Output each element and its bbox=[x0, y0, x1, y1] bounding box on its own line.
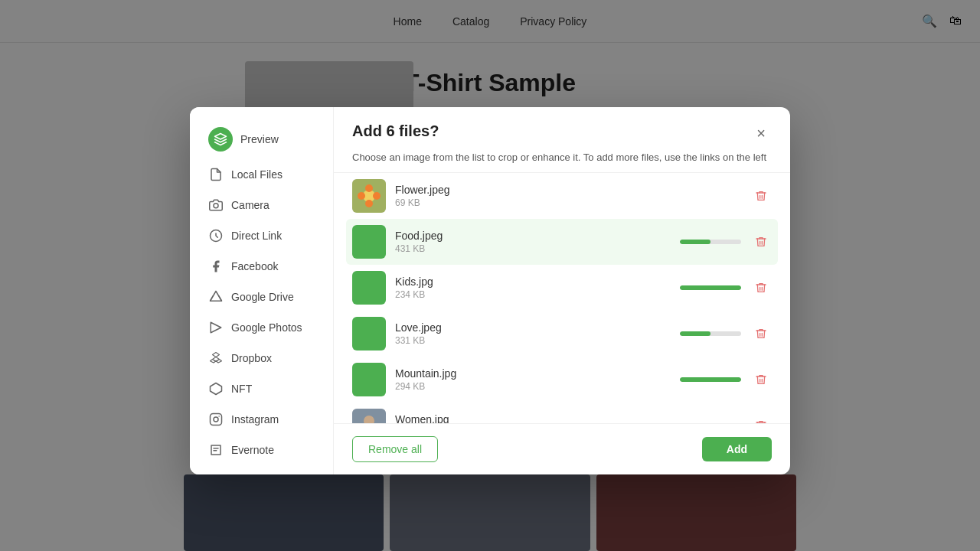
remove-all-button[interactable]: Remove all bbox=[352, 436, 438, 462]
file-delete-button[interactable] bbox=[750, 185, 772, 207]
file-thumbnail bbox=[352, 271, 386, 305]
svg-marker-2 bbox=[211, 322, 221, 333]
sidebar-label-dropbox: Dropbox bbox=[231, 352, 272, 364]
file-delete-button[interactable] bbox=[750, 277, 772, 298]
file-info: Kids.jpg 234 KB bbox=[395, 276, 671, 300]
file-progress-bar-container bbox=[680, 377, 741, 382]
camera-icon bbox=[208, 197, 224, 213]
dropbox-icon bbox=[208, 350, 224, 366]
file-name: Kids.jpg bbox=[395, 276, 671, 288]
sidebar-item-google-drive[interactable]: Google Drive bbox=[196, 282, 327, 312]
file-size: 69 KB bbox=[395, 197, 741, 208]
file-delete-button[interactable] bbox=[750, 231, 772, 253]
sidebar-label-google-photos: Google Photos bbox=[231, 321, 302, 334]
svg-marker-3 bbox=[211, 383, 222, 395]
sidebar-label-local-files: Local Files bbox=[231, 168, 283, 181]
file-thumbnail bbox=[352, 179, 386, 213]
file-name: Flower.jpeg bbox=[395, 184, 741, 196]
sidebar-item-instagram[interactable]: Instagram bbox=[196, 404, 327, 435]
file-thumbnail bbox=[352, 317, 386, 350]
sidebar-label-preview: Preview bbox=[240, 133, 279, 145]
close-button[interactable]: × bbox=[750, 122, 772, 144]
sidebar-item-dropbox[interactable]: Dropbox bbox=[196, 343, 327, 373]
file-progress-bar bbox=[680, 285, 741, 290]
sidebar-label-nft: NFT bbox=[231, 383, 252, 395]
facebook-icon bbox=[208, 259, 224, 274]
svg-point-10 bbox=[365, 200, 373, 207]
svg-point-0 bbox=[214, 204, 218, 208]
file-size: 431 KB bbox=[395, 243, 671, 254]
file-size: 331 KB bbox=[395, 335, 671, 346]
evernote-icon bbox=[208, 442, 224, 458]
file-delete-button[interactable] bbox=[750, 369, 772, 390]
table-row[interactable]: Food.jpeg 431 KB bbox=[346, 219, 778, 265]
table-row[interactable]: Kids.jpg 234 KB bbox=[346, 265, 778, 311]
file-name: Love.jpeg bbox=[395, 321, 671, 334]
file-svg bbox=[209, 168, 223, 181]
file-delete-button[interactable] bbox=[750, 323, 772, 344]
modal-sidebar: Preview Local Files Camera bbox=[190, 107, 334, 474]
flower-thumbnail bbox=[352, 179, 386, 213]
sidebar-item-preview[interactable]: Preview bbox=[196, 119, 327, 159]
file-name: Mountain.jpg bbox=[395, 367, 671, 380]
sidebar-label-facebook: Facebook bbox=[231, 260, 278, 272]
file-delete-button[interactable] bbox=[750, 415, 772, 423]
table-row[interactable]: Flower.jpeg 69 KB bbox=[346, 173, 778, 219]
file-info: Flower.jpeg 69 KB bbox=[395, 184, 741, 208]
table-row[interactable]: Women.jpg 189 KB bbox=[346, 403, 778, 423]
file-info: Love.jpeg 331 KB bbox=[395, 321, 671, 346]
sidebar-label-evernote: Evernote bbox=[231, 444, 274, 456]
file-progress-bar-container bbox=[680, 331, 741, 336]
trash-icon bbox=[755, 190, 767, 202]
link-svg bbox=[209, 229, 223, 243]
sidebar-item-nft[interactable]: NFT bbox=[196, 373, 327, 404]
sidebar-item-evernote[interactable]: Evernote bbox=[196, 435, 327, 465]
sidebar-label-google-drive: Google Drive bbox=[231, 291, 294, 303]
drive-svg bbox=[209, 290, 223, 304]
preview-icon bbox=[208, 127, 233, 152]
nft-icon bbox=[208, 381, 224, 396]
file-progress-bar-container bbox=[680, 240, 741, 244]
women-thumbnail bbox=[352, 409, 386, 423]
modal-footer: Remove all Add bbox=[334, 423, 790, 474]
modal-header: Add 6 files? × bbox=[334, 107, 790, 144]
file-upload-modal: Preview Local Files Camera bbox=[190, 107, 790, 474]
sidebar-item-direct-link[interactable]: Direct Link bbox=[196, 220, 327, 251]
direct-link-icon bbox=[208, 228, 224, 243]
evernote-svg bbox=[209, 443, 223, 457]
trash-icon bbox=[755, 236, 767, 248]
google-photos-icon bbox=[208, 320, 224, 335]
file-progress-bar bbox=[680, 240, 710, 244]
modal-main-content: Add 6 files? × Choose an image from the … bbox=[334, 107, 790, 474]
sidebar-item-camera[interactable]: Camera bbox=[196, 190, 327, 220]
add-button[interactable]: Add bbox=[702, 437, 772, 461]
file-info: Women.jpg 189 KB bbox=[395, 413, 741, 423]
sidebar-item-facebook[interactable]: Facebook bbox=[196, 251, 327, 282]
svg-point-9 bbox=[365, 184, 373, 192]
table-row[interactable]: Love.jpeg 331 KB bbox=[346, 311, 778, 357]
sidebar-item-google-photos[interactable]: Google Photos bbox=[196, 312, 327, 343]
file-info: Food.jpeg 431 KB bbox=[395, 230, 671, 254]
svg-point-12 bbox=[373, 192, 381, 200]
sidebar-label-instagram: Instagram bbox=[231, 413, 279, 425]
file-size: 234 KB bbox=[395, 289, 671, 300]
svg-point-5 bbox=[214, 417, 218, 422]
file-thumbnail bbox=[352, 409, 386, 423]
dropbox-svg bbox=[209, 351, 223, 365]
file-list: Flower.jpeg 69 KB Food.jpeg 4 bbox=[334, 173, 790, 423]
trash-icon bbox=[755, 373, 767, 386]
svg-point-6 bbox=[218, 416, 220, 417]
trash-icon bbox=[755, 282, 767, 294]
modal-subtitle: Choose an image from the list to crop or… bbox=[334, 144, 790, 173]
table-row[interactable]: Mountain.jpg 294 KB bbox=[346, 357, 778, 403]
file-progress-bar bbox=[680, 331, 710, 336]
modal-title: Add 6 files? bbox=[352, 122, 439, 140]
file-thumbnail bbox=[352, 225, 386, 259]
preview-svg bbox=[214, 132, 227, 146]
photos-svg bbox=[209, 321, 223, 334]
file-progress-bar-container bbox=[680, 285, 741, 290]
trash-icon bbox=[755, 328, 767, 340]
file-size: 294 KB bbox=[395, 381, 671, 392]
camera-svg bbox=[209, 198, 223, 212]
sidebar-item-local-files[interactable]: Local Files bbox=[196, 159, 327, 190]
